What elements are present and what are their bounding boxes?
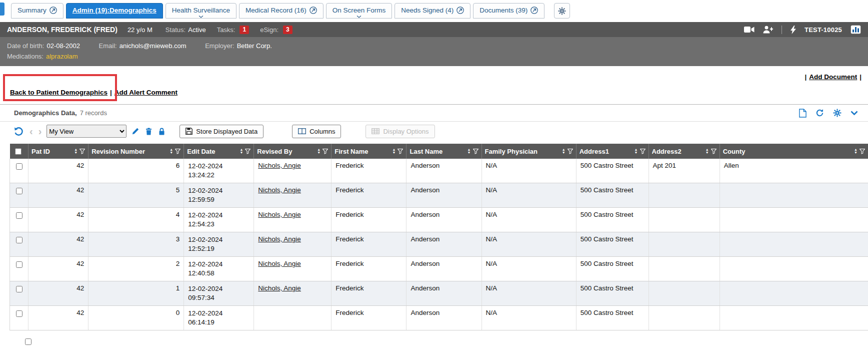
patient-dob: Date of birth:02-08-2002	[7, 42, 82, 50]
row-checkbox[interactable]	[16, 286, 22, 292]
display-options-grid-icon	[372, 128, 380, 134]
col-header-last-name[interactable]: Last Name▲▼	[406, 144, 482, 159]
popout-icon[interactable]	[50, 7, 57, 14]
sort-icon[interactable]: ▲▼	[74, 148, 78, 154]
sort-icon[interactable]: ▲▼	[240, 148, 243, 154]
sort-icon[interactable]: ▲▼	[317, 148, 320, 154]
tab-admin-demographics[interactable]: Admin (19):Demographics	[66, 3, 163, 19]
tasks-count-badge[interactable]: 1	[240, 26, 249, 34]
sort-icon[interactable]: ▲▼	[634, 148, 638, 154]
col-header-revision-number[interactable]: Revision Number▲▼	[88, 144, 184, 159]
undo-icon[interactable]	[13, 127, 24, 136]
address1-cell: 500 Castro Street	[576, 183, 648, 208]
row-checkbox[interactable]	[16, 163, 22, 170]
popout-icon[interactable]	[310, 7, 317, 14]
columns-button[interactable]: Columns	[292, 125, 341, 138]
filter-icon[interactable]	[568, 148, 573, 154]
lightning-icon[interactable]	[790, 26, 796, 34]
col-header-family-physician[interactable]: Family Physician▲▼	[482, 144, 576, 159]
store-displayed-data-button[interactable]: Store Displayed Data	[180, 125, 264, 138]
col-header-address1[interactable]: Address1▲▼	[576, 144, 648, 159]
sort-icon[interactable]: ▲▼	[468, 148, 471, 154]
county-cell: Allen	[720, 159, 868, 183]
col-header-address2[interactable]: Address2▲▼	[648, 144, 720, 159]
filter-icon[interactable]	[175, 148, 180, 154]
new-document-icon[interactable]	[799, 109, 806, 118]
patient-email: Email:anichols@mieweb.com	[99, 42, 188, 50]
row-checkbox[interactable]	[25, 338, 32, 345]
filter-icon[interactable]	[245, 148, 250, 154]
select-all-checkbox[interactable]	[15, 148, 22, 155]
col-header-revised-by[interactable]: Revised By▲▼	[254, 144, 332, 159]
tab-needs-signed[interactable]: Needs Signed (4)	[394, 3, 470, 19]
prev-view-icon[interactable]: ‹	[29, 126, 34, 136]
revised-by-link[interactable]: Nichols, Angie	[258, 211, 301, 218]
row-select-cell	[10, 208, 28, 232]
tab-documents[interactable]: Documents (39)	[473, 3, 544, 19]
col-header-edit-date[interactable]: Edit Date▲▼	[184, 144, 254, 159]
add-document-link[interactable]: Add Document	[809, 73, 857, 81]
row-checkbox[interactable]	[16, 237, 22, 243]
tab-medical-record[interactable]: Medical Record (16)	[239, 3, 324, 19]
revised-by-cell: Nichols, Angie	[254, 257, 332, 281]
revised-by-link[interactable]: Nichols, Angie	[258, 284, 301, 292]
tab-on-screen-forms[interactable]: On Screen Forms	[326, 3, 392, 19]
sort-icon[interactable]: ▲▼	[170, 148, 173, 154]
grid-toolbar: ‹ › My View Store Displayed Data Columns	[0, 122, 868, 141]
tab-summary[interactable]: Summary	[11, 3, 64, 19]
revised-by-cell: Nichols, Angie	[254, 159, 332, 183]
col-header-county[interactable]: County▲▼	[720, 144, 868, 159]
filter-icon[interactable]	[711, 148, 716, 154]
tab-settings-button[interactable]	[554, 3, 570, 19]
sort-icon[interactable]: ▲▼	[854, 148, 858, 154]
address1-cell: 500 Castro Street	[576, 208, 648, 232]
filter-icon[interactable]	[80, 148, 85, 154]
view-select[interactable]: My View	[46, 125, 126, 138]
row-select-cell	[10, 183, 28, 208]
row-checkbox[interactable]	[16, 261, 22, 268]
patient-tasks[interactable]: Tasks: 1	[217, 26, 250, 34]
row-checkbox[interactable]	[16, 212, 22, 219]
sort-icon[interactable]: ▲▼	[562, 148, 566, 154]
demographics-links-row: Back to Patient Demographics|Add Alert C…	[0, 81, 868, 96]
filter-icon[interactable]	[322, 148, 328, 154]
filter-icon[interactable]	[640, 148, 646, 154]
filter-icon[interactable]	[860, 148, 865, 154]
pat-id-cell: 42	[28, 281, 88, 306]
sort-icon[interactable]: ▲▼	[392, 148, 396, 154]
back-to-patient-demographics-link[interactable]: Back to Patient Demographics	[10, 89, 108, 96]
esign-count-badge[interactable]: 3	[283, 26, 292, 34]
medication-value[interactable]: alprazolam	[46, 53, 78, 60]
patient-esign[interactable]: eSign: 3	[260, 26, 292, 34]
row-checkbox[interactable]	[16, 188, 22, 194]
collapse-chevron-icon[interactable]	[850, 111, 858, 115]
video-camera-icon[interactable]	[744, 26, 754, 33]
patient-header-bar: ANDERSON, FREDERICK (FRED) 22 y/o M Stat…	[0, 22, 868, 37]
edit-date-cell: 12-02-202413:24:22	[184, 159, 254, 183]
revised-by-link[interactable]: Nichols, Angie	[258, 235, 301, 243]
row-checkbox[interactable]	[16, 310, 22, 317]
family-physician-cell: N/A	[482, 281, 576, 306]
add-alert-comment-link[interactable]: Add Alert Comment	[114, 89, 178, 96]
filter-icon[interactable]	[473, 148, 478, 154]
tab-health-surveillance[interactable]: Health Surveillance	[166, 3, 236, 19]
popout-icon[interactable]	[456, 7, 464, 14]
gear-icon[interactable]	[833, 109, 842, 117]
revised-by-link[interactable]: Nichols, Angie	[258, 260, 301, 267]
edit-date: 12-02-2024	[188, 211, 250, 220]
refresh-icon[interactable]	[816, 109, 824, 117]
col-header-pat-id[interactable]: Pat ID▲▼	[28, 144, 88, 159]
add-person-icon[interactable]	[763, 26, 773, 34]
revised-by-link[interactable]: Nichols, Angie	[258, 186, 301, 194]
trash-icon[interactable]	[144, 128, 153, 135]
bar-chart-icon[interactable]	[850, 25, 861, 34]
next-view-icon[interactable]: ›	[38, 126, 42, 136]
col-header-first-name[interactable]: First Name▲▼	[332, 144, 406, 159]
edit-pencil-icon[interactable]	[131, 128, 140, 135]
popout-icon[interactable]	[530, 7, 538, 14]
revised-by-link[interactable]: Nichols, Angie	[258, 162, 301, 169]
filter-icon[interactable]	[398, 148, 403, 154]
sort-icon[interactable]: ▲▼	[706, 148, 709, 154]
clipped-tab-sliver	[0, 3, 4, 16]
lock-icon[interactable]	[158, 128, 166, 135]
